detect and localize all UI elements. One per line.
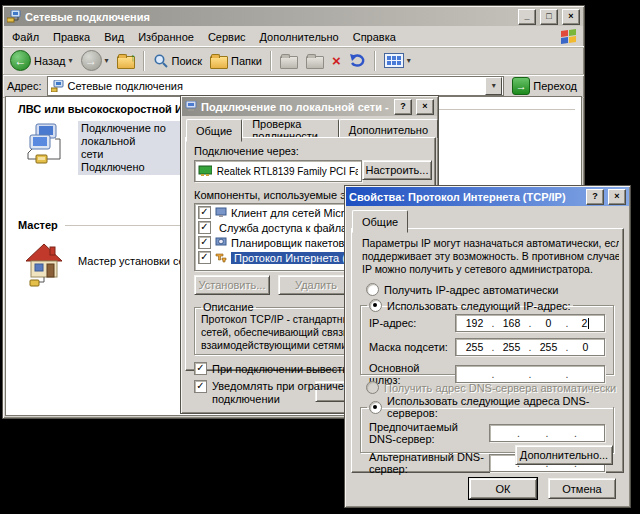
uninstall-button[interactable]: Удалить (278, 275, 354, 295)
radio-disabled-icon (366, 381, 379, 394)
help-icon[interactable]: ? (394, 99, 412, 115)
tcpip-dialog-title: Свойства: Протокол Интернета (TCP/IP) (349, 191, 582, 203)
checkbox-checked-icon[interactable]: ✓ (198, 251, 211, 264)
tcpip-ok-button[interactable]: ОК (469, 478, 537, 499)
close-icon[interactable]: × (562, 9, 580, 25)
adapter-name: Realtek RTL8139 Family PCI Fast Et (217, 166, 358, 177)
folders-button[interactable]: Папки (207, 52, 265, 70)
subnet-mask-field[interactable]: 255. 255. 255. 0 (455, 338, 605, 356)
address-network-icon (51, 80, 64, 92)
lan-dialog-titlebar[interactable]: Подключение по локальной сети - свойства… (182, 97, 437, 116)
undo-button[interactable] (346, 52, 369, 69)
toolbar: ← Назад ▾ → ▾ ↑ Поиск Папки (3, 47, 584, 75)
tab-advanced[interactable]: Дополнительно (339, 119, 438, 139)
undo-icon (349, 53, 366, 68)
checkbox-checked-icon[interactable]: ✓ (194, 380, 207, 393)
preferred-dns-label: Предпочитаемый DNS-сервер: (369, 421, 484, 445)
move-to-button[interactable] (277, 52, 301, 70)
windows-logo-icon (561, 29, 576, 44)
tcpip-tabpage: Параметры IP могут назначаться автоматич… (351, 228, 624, 473)
address-combobox[interactable]: Сетевые подключения ▾ (47, 76, 505, 96)
tab-authentication[interactable]: Проверка подлинности (242, 119, 339, 139)
manual-ip-radio-row[interactable]: Использовать следующий IP-адрес: (369, 299, 571, 312)
ip-address-field[interactable]: 192. 168. 0. 2 (455, 314, 605, 332)
menu-tools[interactable]: Сервис (201, 29, 253, 45)
network-adapter-icon (198, 165, 212, 177)
ip-address-row: IP-адрес: 192. 168. 0. 2 (369, 314, 605, 332)
forward-icon: → (81, 50, 102, 71)
network-setup-wizard-icon[interactable] (22, 239, 68, 289)
toolbar-separator (143, 51, 145, 71)
copy-to-button[interactable] (303, 52, 327, 70)
menu-advanced[interactable]: Дополнительно (253, 29, 346, 45)
tab-general[interactable]: Общие (186, 119, 242, 142)
close-icon[interactable]: × (608, 189, 626, 205)
back-dropdown-icon[interactable]: ▾ (69, 57, 73, 65)
help-icon[interactable]: ? (586, 189, 604, 205)
intro-line3: IP можно получить у сетевого администрат… (362, 263, 619, 276)
advanced-button[interactable]: Дополнительно... (515, 445, 613, 465)
lan-connection-icon[interactable] (22, 123, 68, 171)
copy-to-icon (306, 56, 324, 69)
tcpip-dialog-titlebar[interactable]: Свойства: Протокол Интернета (TCP/IP) ? … (346, 187, 629, 206)
go-button[interactable]: → Переход (509, 76, 580, 96)
go-icon: → (512, 77, 530, 95)
preferred-dns-row: Предпочитаемый DNS-сервер: . . . (369, 421, 605, 445)
menu-edit[interactable]: Правка (46, 29, 97, 45)
views-button[interactable]: ▾ (381, 52, 414, 69)
go-label: Переход (533, 80, 577, 92)
intro-line1: Параметры IP могут назначаться автоматич… (362, 237, 619, 250)
forward-button[interactable]: → ▾ (78, 49, 112, 72)
preferred-dns-field[interactable]: . . . (489, 424, 605, 442)
views-icon (384, 53, 404, 68)
toolbar-separator (270, 51, 272, 71)
delete-button[interactable]: × (329, 52, 344, 69)
menu-favorites[interactable]: Избранное (131, 29, 201, 45)
configure-button[interactable]: Настроить... (362, 160, 432, 180)
install-button[interactable]: Установить... (194, 275, 270, 295)
search-icon (153, 53, 169, 69)
search-button[interactable]: Поиск (150, 52, 205, 70)
wizard-item-label: Мастер установки сети (78, 255, 196, 267)
description-legend: Описание (201, 301, 256, 313)
subnet-mask-label: Маска подсети: (369, 341, 450, 353)
radio-selected-icon[interactable] (369, 401, 382, 414)
address-label: Адрес: (7, 80, 42, 92)
tcpip-cancel-button[interactable]: Отмена (548, 478, 616, 499)
manual-ip-group: Использовать следующий IP-адрес: IP-адре… (360, 299, 614, 375)
subnet-mask-row: Маска подсети: 255. 255. 255. 0 (369, 338, 605, 356)
minimize-icon[interactable]: _ (518, 9, 536, 25)
back-icon: ← (10, 50, 31, 71)
wizard-item[interactable]: Мастер установки сети (78, 255, 196, 268)
maximize-icon[interactable]: □ (540, 9, 558, 25)
toolbar-separator (374, 51, 376, 71)
manual-dns-radio-row[interactable]: Использовать следующие адреса DNS-сервер… (369, 395, 611, 419)
checkbox-checked-icon[interactable]: ✓ (198, 236, 211, 249)
back-button[interactable]: ← Назад ▾ (7, 49, 76, 72)
chevron-down-icon: ▾ (492, 82, 496, 90)
radio-unselected-icon[interactable] (366, 283, 379, 296)
tcpip-dialog-tabs: Общие (352, 210, 408, 231)
radio-selected-icon[interactable] (369, 299, 382, 312)
forward-dropdown-icon[interactable]: ▾ (105, 57, 109, 65)
checkbox-checked-icon[interactable]: ✓ (194, 362, 207, 375)
ip-address-label: IP-адрес: (369, 317, 450, 329)
address-dropdown-button[interactable]: ▾ (485, 77, 502, 95)
checkbox-checked-icon[interactable]: ✓ (198, 206, 211, 219)
menu-help[interactable]: Справка (346, 29, 403, 45)
tab-general[interactable]: Общие (352, 210, 408, 233)
views-dropdown-icon[interactable]: ▾ (407, 57, 411, 65)
tcpip-protocol-icon (215, 252, 227, 263)
menu-view[interactable]: Вид (97, 29, 131, 45)
checkbox-checked-icon[interactable]: ✓ (198, 221, 211, 234)
notify-checkbox-line2: подключении (212, 393, 280, 405)
adapter-field: Realtek RTL8139 Family PCI Fast Et (194, 160, 362, 182)
auto-ip-radio-row[interactable]: Получить IP-адрес автоматически (366, 283, 558, 296)
network-connections-icon (7, 10, 21, 23)
close-icon[interactable]: × (416, 99, 434, 115)
up-button[interactable]: ↑ (114, 52, 138, 70)
titlebar[interactable]: Сетевые подключения _ □ × (4, 7, 583, 26)
address-value[interactable]: Сетевые подключения (68, 80, 183, 92)
client-icon (215, 207, 227, 218)
menu-file[interactable]: Файл (5, 29, 46, 45)
